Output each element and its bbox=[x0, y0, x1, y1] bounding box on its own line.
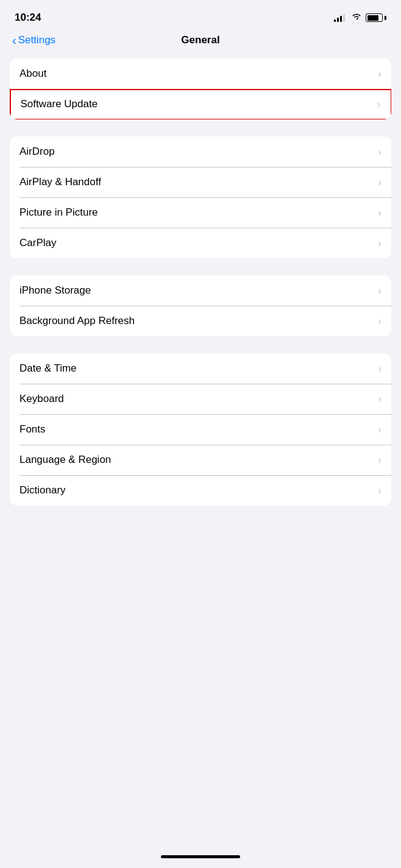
page-title: General bbox=[181, 34, 219, 46]
chevron-icon-picture-in-picture: › bbox=[378, 206, 381, 219]
row-dictionary[interactable]: Dictionary › bbox=[10, 475, 391, 506]
section-group-2: AirDrop › AirPlay & Handoff › Picture in… bbox=[10, 136, 391, 258]
chevron-icon-software-update: › bbox=[377, 98, 381, 111]
row-iphone-storage[interactable]: iPhone Storage › bbox=[10, 275, 391, 306]
chevron-icon-carplay: › bbox=[378, 237, 381, 250]
chevron-icon-keyboard: › bbox=[378, 393, 381, 406]
row-picture-in-picture[interactable]: Picture in Picture › bbox=[10, 197, 391, 228]
nav-bar: ‹ Settings General bbox=[0, 32, 401, 54]
status-bar: 10:24 bbox=[0, 0, 401, 32]
chevron-icon-date-time: › bbox=[378, 362, 381, 375]
row-software-update[interactable]: Software Update › bbox=[10, 89, 391, 120]
chevron-icon-language-region: › bbox=[378, 454, 381, 467]
chevron-icon-dictionary: › bbox=[378, 484, 381, 497]
back-button[interactable]: ‹ Settings bbox=[12, 34, 55, 46]
row-label-software-update: Software Update bbox=[21, 98, 98, 110]
chevron-icon-airplay-handoff: › bbox=[378, 176, 381, 189]
row-label-airdrop: AirDrop bbox=[20, 146, 55, 158]
row-label-background-app-refresh: Background App Refresh bbox=[20, 315, 135, 327]
back-chevron-icon: ‹ bbox=[12, 34, 16, 46]
row-label-picture-in-picture: Picture in Picture bbox=[20, 206, 98, 219]
row-language-region[interactable]: Language & Region › bbox=[10, 445, 391, 475]
row-label-airplay-handoff: AirPlay & Handoff bbox=[20, 176, 101, 188]
section-group-4: Date & Time › Keyboard › Fonts › Languag… bbox=[10, 353, 391, 506]
row-label-about: About bbox=[20, 68, 46, 80]
battery-icon bbox=[366, 13, 386, 22]
row-keyboard[interactable]: Keyboard › bbox=[10, 384, 391, 414]
content: About › Software Update › AirDrop › AirP… bbox=[0, 54, 401, 564]
section-group-3: iPhone Storage › Background App Refresh … bbox=[10, 275, 391, 336]
home-indicator bbox=[161, 855, 240, 858]
row-label-iphone-storage: iPhone Storage bbox=[20, 284, 91, 297]
row-date-time[interactable]: Date & Time › bbox=[10, 353, 391, 384]
back-label: Settings bbox=[18, 34, 55, 46]
row-carplay[interactable]: CarPlay › bbox=[10, 228, 391, 258]
chevron-icon-background-app-refresh: › bbox=[378, 315, 381, 328]
status-icons bbox=[334, 12, 386, 23]
row-label-dictionary: Dictionary bbox=[20, 484, 66, 496]
chevron-icon-fonts: › bbox=[378, 423, 381, 436]
row-label-language-region: Language & Region bbox=[20, 454, 111, 466]
chevron-icon-airdrop: › bbox=[378, 146, 381, 158]
row-background-app-refresh[interactable]: Background App Refresh › bbox=[10, 306, 391, 336]
row-label-fonts: Fonts bbox=[20, 423, 46, 436]
row-airplay-handoff[interactable]: AirPlay & Handoff › bbox=[10, 167, 391, 197]
chevron-icon-about: › bbox=[378, 68, 381, 80]
signal-icon bbox=[334, 13, 345, 22]
wifi-icon bbox=[351, 12, 362, 23]
chevron-icon-iphone-storage: › bbox=[378, 284, 381, 297]
section-group-1: About › Software Update › bbox=[10, 58, 391, 119]
row-airdrop[interactable]: AirDrop › bbox=[10, 136, 391, 167]
row-label-date-time: Date & Time bbox=[20, 362, 77, 375]
row-label-keyboard: Keyboard bbox=[20, 393, 64, 405]
row-about[interactable]: About › bbox=[10, 58, 391, 89]
row-fonts[interactable]: Fonts › bbox=[10, 414, 391, 445]
status-time: 10:24 bbox=[15, 12, 41, 24]
row-label-carplay: CarPlay bbox=[20, 237, 56, 249]
